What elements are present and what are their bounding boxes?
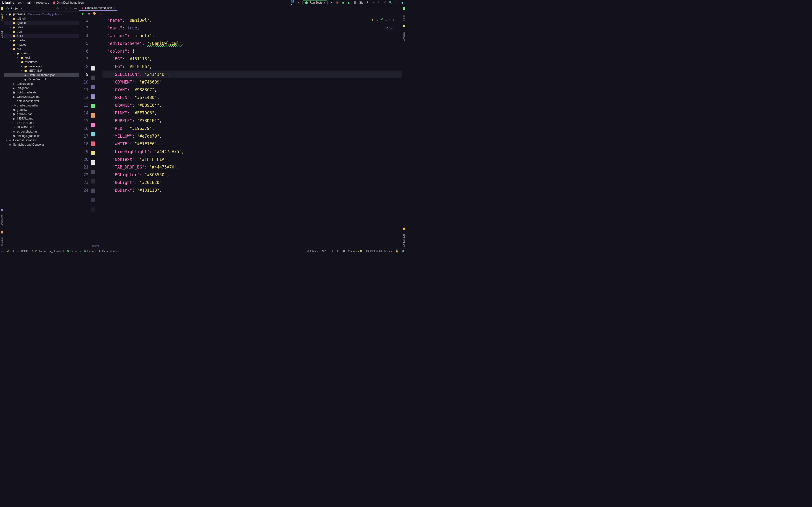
more-icon[interactable]: ⋮ xyxy=(69,7,72,10)
code-editor[interactable]: 23456789101112131415161718192021222324 "… xyxy=(79,16,402,243)
code-with-me-icon[interactable]: 👥▾ xyxy=(291,1,294,4)
tree-item[interactable]: ▭README.md xyxy=(4,125,79,129)
up-arrow-icon[interactable]: ↑ xyxy=(389,18,391,21)
tree-item[interactable]: ▸📁images xyxy=(4,43,79,47)
tree-item[interactable]: ◐INSTALL.md xyxy=(4,116,79,121)
debug-icon[interactable]: 🐞 xyxy=(336,1,339,4)
bottom-tool-terminal[interactable]: >_ Terminal xyxy=(50,249,63,252)
commit-tool-icon[interactable]: ● xyxy=(1,25,3,27)
bookmarks-tool-icon[interactable] xyxy=(1,209,3,211)
bottom-tool-git[interactable]: ⎇ Git xyxy=(6,249,14,252)
tool-bookmarks[interactable]: Bookmarks xyxy=(1,214,3,228)
stop-gutter-icon[interactable] xyxy=(87,12,90,15)
search-icon[interactable]: 🔍 xyxy=(389,1,393,4)
run-icon[interactable] xyxy=(330,1,333,4)
tree-item[interactable]: ▸📁messages xyxy=(4,64,79,68)
tree-item[interactable]: ⚙.editorconfig xyxy=(4,81,79,86)
git-push-icon[interactable]: ➣ xyxy=(372,1,375,4)
tree-item[interactable]: ◉OmniOwl.xml xyxy=(4,77,79,81)
coverage-icon[interactable]: ◉ xyxy=(342,1,345,4)
file-encoding[interactable]: UTF-8 xyxy=(337,249,345,252)
tree-item[interactable]: ▸📁META-INF xyxy=(4,68,79,73)
caret-position[interactable]: 9:28 xyxy=(322,249,327,252)
line-ending[interactable]: LF xyxy=(331,249,334,252)
editor-toolbar: 🎨 ? xyxy=(79,11,402,16)
tool-commit[interactable]: Commit xyxy=(1,30,3,40)
tree-item[interactable]: ◐CHANGELOG.md xyxy=(4,95,79,99)
editor-tab[interactable]: ◉ OmniOwl.theme.json × xyxy=(79,5,117,11)
tree-item[interactable]: ▾📁src xyxy=(4,47,79,51)
hide-icon[interactable]: — xyxy=(74,7,77,10)
structure-tool-icon[interactable] xyxy=(1,231,3,233)
tree-item[interactable]: ≡detekt-config.yml xyxy=(4,99,79,103)
target-icon[interactable]: ◎ xyxy=(56,7,59,10)
close-icon[interactable]: × xyxy=(391,26,393,30)
tree-item[interactable]: ▸📁build xyxy=(4,34,79,38)
run-gutter-icon[interactable] xyxy=(81,12,85,15)
git-rollback-icon[interactable]: ↺ xyxy=(383,1,387,4)
stop-icon[interactable] xyxy=(353,1,356,4)
editor-breadcrumb[interactable]: colors xyxy=(79,243,402,248)
inspection-widget[interactable]: ▲1 Aꜝ1 ↑ ↓ ⋮ xyxy=(371,18,399,21)
tree-item[interactable]: ▸▭Scratches and Consoles xyxy=(4,143,79,147)
gradle-tool-icon[interactable] xyxy=(403,7,405,10)
tree-item[interactable]: ▸📁.run xyxy=(4,30,79,34)
tool-notifications[interactable]: Notifications xyxy=(403,233,405,248)
tool-structure[interactable]: Structure xyxy=(1,236,3,248)
tree-item[interactable]: ▸▬External Libraries xyxy=(4,138,79,143)
breadcrumb[interactable]: jetbrains›src›main›resources›OmniOwl.the… xyxy=(2,1,84,4)
ai-inlay-widget[interactable]: ⟳ × xyxy=(385,25,394,31)
bottom-tool-todo[interactable]: ☰ TODO xyxy=(17,249,28,252)
tree-item[interactable]: 🐘build.gradle.kts xyxy=(4,90,79,95)
database-tool-icon[interactable] xyxy=(403,24,405,27)
tree-item[interactable]: ▾📁resources xyxy=(4,60,79,64)
help-icon[interactable]: ? xyxy=(99,12,102,15)
tree-item[interactable]: ▾📁main xyxy=(4,51,79,56)
indent-setting[interactable]: 2 spaces ⚒ xyxy=(348,249,362,252)
bottom-tool-services[interactable]: ⚙ Services xyxy=(67,249,81,252)
jetbrains-icon[interactable]: ◆ xyxy=(401,1,404,4)
git-history-icon[interactable]: ↻ xyxy=(377,1,381,4)
tree-item[interactable]: ▸📁.gradle xyxy=(4,21,79,25)
readonly-lock-icon[interactable]: 🔓 xyxy=(395,249,399,252)
tree-item[interactable]: ◉OmniOwl.theme.json xyxy=(4,73,79,77)
copilot-icon[interactable]: ⧉ xyxy=(402,249,404,252)
palette-icon[interactable]: 🎨 xyxy=(93,12,96,15)
tree-item[interactable]: 🐘gradlew.bat xyxy=(4,112,79,116)
down-arrow-icon[interactable]: ↓ xyxy=(393,18,394,21)
collapse-icon[interactable]: ⤡ xyxy=(65,7,67,10)
run-configuration-selector[interactable]: ⬤ Run Tests ▾ xyxy=(303,0,327,5)
expand-icon[interactable]: ⤢ xyxy=(61,7,63,10)
bottom-tool-problems[interactable]: ⚠ Problems xyxy=(32,249,46,252)
profile-icon[interactable]: ◐ xyxy=(347,1,351,4)
git-pull-icon[interactable]: ⬇ xyxy=(366,1,369,4)
tree-item[interactable]: ▭screenshot.png xyxy=(4,129,79,134)
tool-database[interactable]: Database xyxy=(403,30,405,42)
tree-item[interactable]: ▸📁.idea xyxy=(4,25,79,30)
settings-icon[interactable]: ⋮ xyxy=(395,1,398,4)
tool-gradle[interactable]: Gradle xyxy=(403,12,405,22)
project-tree[interactable]: ▾📁jetbrains~/Documents/Dev/My/jetbrains▸… xyxy=(4,12,79,248)
tree-item[interactable]: ▾📁jetbrains~/Documents/Dev/My/jetbrains xyxy=(4,12,79,16)
more-icon[interactable]: ⋮ xyxy=(397,18,399,21)
tree-item[interactable]: 🐘settings.gradle.kts xyxy=(4,134,79,138)
tool-window-toggle[interactable]: ▭ xyxy=(0,248,4,253)
tree-item[interactable]: ▸📁.github xyxy=(4,16,79,21)
close-tab-icon[interactable]: × xyxy=(113,6,115,9)
tool-project[interactable]: Project xyxy=(1,12,3,22)
bottom-tool-profiler[interactable]: ◉ Profiler xyxy=(84,249,96,252)
tree-item[interactable]: ▸📁gradle xyxy=(4,38,79,43)
tree-item[interactable]: ▸📁kotlin xyxy=(4,56,79,60)
tree-item[interactable]: ©LICENSE.md xyxy=(4,121,79,125)
bottom-tool-dependencies[interactable]: ⊞ Dependencies xyxy=(99,249,119,252)
tabnine-status[interactable]: ◈tabnine xyxy=(307,249,319,252)
language-schema[interactable]: JSON: IntelliJ Themes xyxy=(366,249,392,252)
tree-item[interactable]: </>gradle.properties xyxy=(4,103,79,108)
tree-item[interactable]: ◆.gitignore xyxy=(4,86,79,90)
project-tool-icon[interactable] xyxy=(1,7,3,10)
tree-item[interactable]: 🐘gradlew xyxy=(4,108,79,112)
notifications-tool-icon[interactable]: 🔔 xyxy=(402,227,406,230)
build-icon[interactable]: ⚒ xyxy=(297,1,300,4)
code-content[interactable]: "name": "OmniOwl", "dark": true, "author… xyxy=(97,16,402,243)
chevron-down-icon[interactable]: ▾ xyxy=(21,7,22,10)
